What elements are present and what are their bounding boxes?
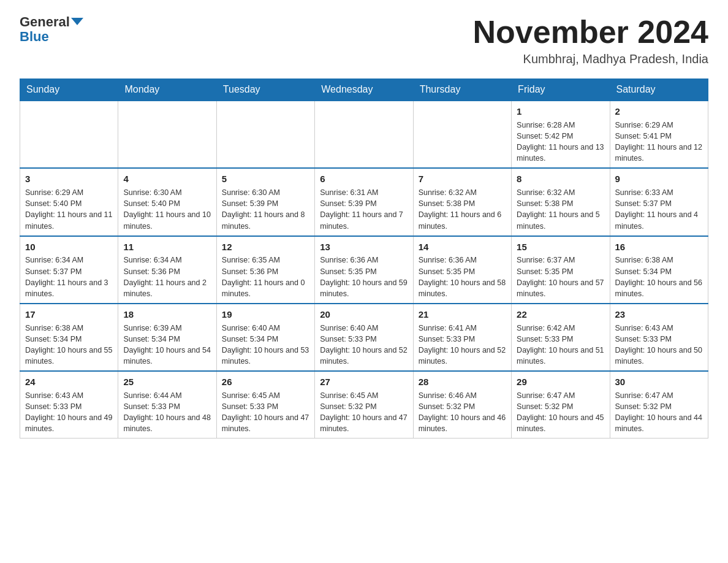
title-area: November 2024 Kumbhraj, Madhya Pradesh, … — [473, 15, 708, 66]
calendar-cell: 1Sunrise: 6:28 AM Sunset: 5:42 PM Daylig… — [512, 101, 610, 168]
calendar-cell: 28Sunrise: 6:46 AM Sunset: 5:32 PM Dayli… — [413, 371, 511, 439]
day-info: Sunrise: 6:47 AM Sunset: 5:32 PM Dayligh… — [517, 390, 604, 435]
calendar-cell: 7Sunrise: 6:32 AM Sunset: 5:38 PM Daylig… — [413, 168, 511, 236]
day-info: Sunrise: 6:38 AM Sunset: 5:34 PM Dayligh… — [25, 323, 113, 367]
logo-line1: General — [20, 15, 83, 29]
day-number: 21 — [419, 308, 506, 321]
day-info: Sunrise: 6:36 AM Sunset: 5:35 PM Dayligh… — [419, 255, 506, 299]
calendar-cell: 2Sunrise: 6:29 AM Sunset: 5:41 PM Daylig… — [610, 101, 708, 168]
calendar-cell: 14Sunrise: 6:36 AM Sunset: 5:35 PM Dayli… — [413, 236, 511, 304]
day-info: Sunrise: 6:44 AM Sunset: 5:33 PM Dayligh… — [123, 390, 211, 435]
day-info: Sunrise: 6:38 AM Sunset: 5:34 PM Dayligh… — [615, 255, 703, 299]
calendar-cell: 15Sunrise: 6:37 AM Sunset: 5:35 PM Dayli… — [512, 236, 610, 304]
calendar-cell: 29Sunrise: 6:47 AM Sunset: 5:32 PM Dayli… — [512, 371, 610, 439]
day-number: 2 — [615, 105, 703, 118]
calendar-cell: 6Sunrise: 6:31 AM Sunset: 5:39 PM Daylig… — [315, 168, 413, 236]
day-info: Sunrise: 6:40 AM Sunset: 5:34 PM Dayligh… — [222, 323, 309, 367]
weekday-header-sunday: Sunday — [20, 79, 118, 101]
day-info: Sunrise: 6:45 AM Sunset: 5:33 PM Dayligh… — [222, 390, 309, 435]
weekday-header-monday: Monday — [118, 79, 216, 101]
calendar-cell: 8Sunrise: 6:32 AM Sunset: 5:38 PM Daylig… — [512, 168, 610, 236]
day-number: 10 — [25, 240, 113, 254]
day-number: 14 — [419, 240, 506, 254]
day-number: 28 — [419, 375, 506, 389]
day-info: Sunrise: 6:47 AM Sunset: 5:32 PM Dayligh… — [615, 390, 703, 435]
day-info: Sunrise: 6:40 AM Sunset: 5:33 PM Dayligh… — [320, 323, 408, 367]
day-number: 8 — [517, 172, 604, 186]
day-info: Sunrise: 6:30 AM Sunset: 5:39 PM Dayligh… — [222, 187, 309, 232]
calendar-cell: 26Sunrise: 6:45 AM Sunset: 5:33 PM Dayli… — [216, 371, 314, 439]
calendar-cell — [413, 101, 511, 168]
calendar-cell: 30Sunrise: 6:47 AM Sunset: 5:32 PM Dayli… — [610, 371, 708, 439]
weekday-header-saturday: Saturday — [610, 79, 708, 101]
day-info: Sunrise: 6:29 AM Sunset: 5:40 PM Dayligh… — [25, 187, 113, 232]
day-number: 7 — [419, 172, 506, 186]
day-info: Sunrise: 6:46 AM Sunset: 5:32 PM Dayligh… — [419, 390, 506, 435]
day-number: 23 — [615, 308, 703, 321]
calendar-cell — [20, 101, 118, 168]
day-number: 12 — [222, 240, 309, 254]
day-info: Sunrise: 6:42 AM Sunset: 5:33 PM Dayligh… — [517, 323, 604, 367]
day-number: 5 — [222, 172, 309, 186]
day-number: 4 — [123, 172, 211, 186]
day-number: 18 — [123, 308, 211, 321]
day-number: 3 — [25, 172, 113, 186]
weekday-header-tuesday: Tuesday — [216, 79, 314, 101]
page-header: General Blue November 2024 Kumbhraj, Mad… — [20, 15, 708, 66]
calendar-cell — [118, 101, 216, 168]
day-number: 27 — [320, 375, 408, 389]
calendar-cell — [216, 101, 314, 168]
calendar-cell: 17Sunrise: 6:38 AM Sunset: 5:34 PM Dayli… — [20, 304, 118, 371]
day-info: Sunrise: 6:36 AM Sunset: 5:35 PM Dayligh… — [320, 255, 408, 299]
day-info: Sunrise: 6:28 AM Sunset: 5:42 PM Dayligh… — [517, 120, 604, 164]
week-row-5: 24Sunrise: 6:43 AM Sunset: 5:33 PM Dayli… — [20, 371, 708, 439]
day-info: Sunrise: 6:39 AM Sunset: 5:34 PM Dayligh… — [123, 323, 211, 367]
day-info: Sunrise: 6:32 AM Sunset: 5:38 PM Dayligh… — [517, 187, 604, 232]
calendar-cell: 27Sunrise: 6:45 AM Sunset: 5:32 PM Dayli… — [315, 371, 413, 439]
calendar-cell: 10Sunrise: 6:34 AM Sunset: 5:37 PM Dayli… — [20, 236, 118, 304]
calendar-cell: 18Sunrise: 6:39 AM Sunset: 5:34 PM Dayli… — [118, 304, 216, 371]
day-number: 24 — [25, 375, 113, 389]
weekday-header-row: SundayMondayTuesdayWednesdayThursdayFrid… — [20, 79, 708, 101]
day-info: Sunrise: 6:37 AM Sunset: 5:35 PM Dayligh… — [517, 255, 604, 299]
day-info: Sunrise: 6:45 AM Sunset: 5:32 PM Dayligh… — [320, 390, 408, 435]
day-info: Sunrise: 6:30 AM Sunset: 5:40 PM Dayligh… — [123, 187, 211, 232]
day-info: Sunrise: 6:43 AM Sunset: 5:33 PM Dayligh… — [615, 323, 703, 367]
day-info: Sunrise: 6:29 AM Sunset: 5:41 PM Dayligh… — [615, 120, 703, 164]
calendar-cell: 23Sunrise: 6:43 AM Sunset: 5:33 PM Dayli… — [610, 304, 708, 371]
logo-line2: Blue — [20, 29, 49, 44]
day-info: Sunrise: 6:32 AM Sunset: 5:38 PM Dayligh… — [419, 187, 506, 232]
calendar-cell — [315, 101, 413, 168]
location-title: Kumbhraj, Madhya Pradesh, India — [473, 52, 708, 66]
day-number: 30 — [615, 375, 703, 389]
calendar-cell: 12Sunrise: 6:35 AM Sunset: 5:36 PM Dayli… — [216, 236, 314, 304]
calendar-cell: 3Sunrise: 6:29 AM Sunset: 5:40 PM Daylig… — [20, 168, 118, 236]
calendar-cell: 19Sunrise: 6:40 AM Sunset: 5:34 PM Dayli… — [216, 304, 314, 371]
calendar-cell: 22Sunrise: 6:42 AM Sunset: 5:33 PM Dayli… — [512, 304, 610, 371]
day-number: 1 — [517, 105, 604, 118]
day-info: Sunrise: 6:34 AM Sunset: 5:36 PM Dayligh… — [123, 255, 211, 299]
logo: General Blue — [20, 15, 83, 44]
day-number: 25 — [123, 375, 211, 389]
day-number: 17 — [25, 308, 113, 321]
week-row-1: 1Sunrise: 6:28 AM Sunset: 5:42 PM Daylig… — [20, 101, 708, 168]
day-info: Sunrise: 6:43 AM Sunset: 5:33 PM Dayligh… — [25, 390, 113, 435]
calendar-cell: 16Sunrise: 6:38 AM Sunset: 5:34 PM Dayli… — [610, 236, 708, 304]
calendar-cell: 24Sunrise: 6:43 AM Sunset: 5:33 PM Dayli… — [20, 371, 118, 439]
day-number: 11 — [123, 240, 211, 254]
calendar-cell: 9Sunrise: 6:33 AM Sunset: 5:37 PM Daylig… — [610, 168, 708, 236]
calendar-cell: 21Sunrise: 6:41 AM Sunset: 5:33 PM Dayli… — [413, 304, 511, 371]
calendar-cell: 25Sunrise: 6:44 AM Sunset: 5:33 PM Dayli… — [118, 371, 216, 439]
day-number: 13 — [320, 240, 408, 254]
calendar-cell: 5Sunrise: 6:30 AM Sunset: 5:39 PM Daylig… — [216, 168, 314, 236]
calendar-cell: 13Sunrise: 6:36 AM Sunset: 5:35 PM Dayli… — [315, 236, 413, 304]
day-number: 19 — [222, 308, 309, 321]
calendar-cell: 11Sunrise: 6:34 AM Sunset: 5:36 PM Dayli… — [118, 236, 216, 304]
day-number: 16 — [615, 240, 703, 254]
day-number: 29 — [517, 375, 604, 389]
day-number: 26 — [222, 375, 309, 389]
day-info: Sunrise: 6:31 AM Sunset: 5:39 PM Dayligh… — [320, 187, 408, 232]
weekday-header-wednesday: Wednesday — [315, 79, 413, 101]
month-title: November 2024 — [473, 15, 708, 50]
day-info: Sunrise: 6:35 AM Sunset: 5:36 PM Dayligh… — [222, 255, 309, 299]
